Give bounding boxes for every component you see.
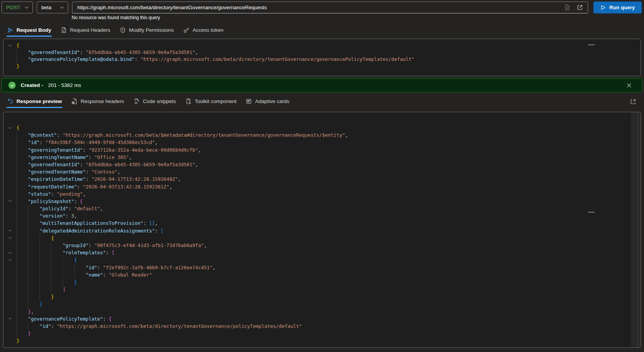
tab-toolkit-component[interactable]: Toolkit component <box>180 94 241 109</box>
tab-label: Request Body <box>16 27 51 33</box>
reply-arrow-icon <box>7 98 13 105</box>
gutter-cell <box>3 242 16 249</box>
response-preview-code: { "@context": "https://graph.microsoft.c… <box>3 124 641 345</box>
code-line: } <box>3 337 641 344</box>
editor-overview-ruler-mark <box>588 44 595 45</box>
gutter-cell <box>3 301 16 308</box>
gutter-cell <box>3 323 16 330</box>
share-query-icon[interactable] <box>577 4 583 11</box>
gutter-cell <box>3 146 16 154</box>
code-line: "status": "pending", <box>3 190 641 198</box>
gutter-cell <box>3 175 16 183</box>
tab-label: Request Headers <box>70 27 110 33</box>
code-line: "governedTenantId": "8fbddb8a-eb45-4305-… <box>3 49 641 56</box>
http-method-value: POST <box>6 5 20 10</box>
code-line: "groupId": "00f475c3-ef4d-41d3-afb1-73d7… <box>3 242 641 249</box>
fold-chevron-icon[interactable] <box>3 227 16 234</box>
fold-chevron-icon[interactable] <box>3 315 16 323</box>
code-line: "version": 3, <box>3 212 641 219</box>
code-line: "@context": "https://graph.microsoft.com… <box>3 131 641 139</box>
status-title: Created - <box>21 82 43 88</box>
editor-minimap[interactable] <box>631 112 641 347</box>
gutter-cell <box>3 183 16 190</box>
code-line: ] <box>3 301 641 308</box>
request-tabstrip: Request Body Request Headers Modify Perm… <box>0 23 644 38</box>
gutter-cell <box>3 205 16 212</box>
response-tabstrip: Response preview Response headers Code s… <box>0 94 644 109</box>
shield-icon <box>120 27 126 33</box>
run-icon <box>600 5 606 10</box>
fold-chevron-icon[interactable] <box>3 249 16 256</box>
tab-response-headers[interactable]: Response headers <box>67 94 129 109</box>
run-query-label: Run query <box>610 5 635 10</box>
code-line: } <box>3 278 641 286</box>
response-preview-editor[interactable]: { "@context": "https://graph.microsoft.c… <box>3 112 641 348</box>
code-line: { <box>3 42 641 49</box>
code-line: "id": "https://graph.microsoft.com/beta/… <box>3 323 641 330</box>
gutter-cell <box>3 278 16 286</box>
gutter-cell <box>3 49 16 56</box>
fold-chevron-icon[interactable] <box>3 198 16 205</box>
expand-response-icon[interactable] <box>630 98 636 105</box>
saved-queries-icon[interactable] <box>564 4 570 11</box>
document-globe-icon <box>71 98 78 105</box>
code-line: "governingTenantName": "Office 365", <box>3 154 641 161</box>
request-body-editor[interactable]: { "governedTenantId": "8fbddb8a-eb45-430… <box>3 39 641 76</box>
query-url-input[interactable]: https://graph.microsoft.com/beta/directo… <box>72 2 588 13</box>
code-line: "id": "f2ef992c-3afb-46b9-b7cf-a126ee74c… <box>3 264 641 271</box>
fold-chevron-icon[interactable] <box>3 124 16 131</box>
tab-label: Adaptive cards <box>255 98 289 104</box>
tab-label: Toolkit component <box>195 98 236 104</box>
http-method-dropdown[interactable]: POST <box>2 2 33 13</box>
tab-access-token[interactable]: Access token <box>179 23 228 38</box>
gutter-cell <box>3 63 16 70</box>
code-line: "governancePolicyTemplate@odata.bind": "… <box>3 56 641 63</box>
code-line: "requestDateTime": "2026-04-03T13:42:28.… <box>3 183 641 190</box>
gutter-cell <box>3 286 16 293</box>
gutter-cell <box>3 293 16 300</box>
gutter-cell <box>3 212 16 219</box>
code-line: "policySnapshot": { <box>3 198 641 205</box>
success-check-icon <box>8 82 16 89</box>
api-version-value: beta <box>41 5 51 10</box>
code-line: } <box>3 330 641 337</box>
code-line: "roleTemplates": [ <box>3 249 641 256</box>
gutter-cell <box>3 154 16 161</box>
gutter-cell <box>3 56 16 63</box>
fold-chevron-icon[interactable] <box>3 234 16 242</box>
tab-request-headers[interactable]: Request Headers <box>56 23 115 38</box>
tab-label: Code snippets <box>143 98 176 104</box>
code-line: { <box>3 234 641 242</box>
document-wrench-icon <box>185 98 192 105</box>
tab-label: Modify Permissions <box>129 27 174 33</box>
query-url-value: https://graph.microsoft.com/beta/directo… <box>77 5 558 10</box>
tab-response-preview[interactable]: Response preview <box>2 94 67 109</box>
tab-request-body[interactable]: Request Body <box>2 23 56 38</box>
gutter-cell <box>3 330 16 337</box>
chevron-down-icon <box>24 5 29 10</box>
gutter-cell <box>3 337 16 344</box>
request-body-code: { "governedTenantId": "8fbddb8a-eb45-430… <box>3 42 641 70</box>
tab-label: Access token <box>193 27 223 33</box>
tab-modify-permissions[interactable]: Modify Permissions <box>115 23 179 38</box>
gutter-cell <box>3 190 16 198</box>
request-bar: POST beta https://graph.microsoft.com/be… <box>0 0 644 13</box>
code-line: "governingTenantId": "923712ba-352a-4eda… <box>3 146 641 154</box>
document-code-icon <box>133 98 140 105</box>
run-query-button[interactable]: Run query <box>593 2 642 13</box>
close-icon[interactable] <box>626 82 632 88</box>
api-version-dropdown[interactable]: beta <box>37 2 68 13</box>
code-line: "id": "f84c59bf-504c-4949-9fdd-45d366ec5… <box>3 139 641 146</box>
tab-code-snippets[interactable]: Code snippets <box>129 94 180 109</box>
tab-adaptive-cards[interactable]: Adaptive cards <box>241 94 294 109</box>
fold-chevron-icon[interactable] <box>3 42 16 49</box>
status-detail: 201 - 5382 ms <box>48 82 81 88</box>
fold-chevron-icon[interactable] <box>3 256 16 264</box>
code-line: "expirationDateTime": "2026-04-17T13:42:… <box>3 175 641 183</box>
code-line: "name": "Global Reader" <box>3 271 641 278</box>
tab-label: Response preview <box>16 98 62 104</box>
query-hint-text: No resource was found matching this quer… <box>72 15 644 21</box>
key-icon <box>183 27 190 33</box>
send-icon <box>7 27 13 33</box>
code-line: }, <box>3 308 641 315</box>
